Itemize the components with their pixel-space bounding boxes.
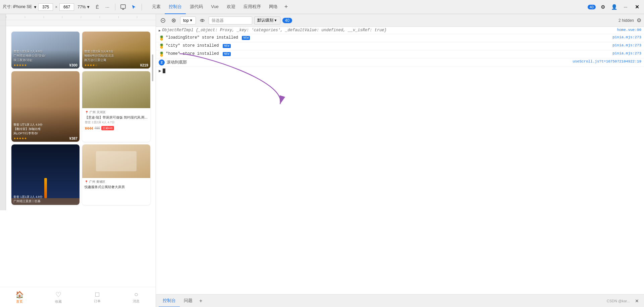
devtools-main: ▶ ObjectRefImpl {_object: Proxy, _key: '… (156, 27, 644, 294)
svg-rect-0 (121, 5, 125, 8)
console-text-4: "home" store installed NEW (166, 51, 607, 56)
console-text-1: ObjectRefImpl {_object: Proxy, _key: 'ca… (162, 28, 611, 33)
console-link-4[interactable]: pinia.mjs:273 (607, 51, 641, 55)
tab-app[interactable]: 应用程序 (239, 0, 265, 14)
console-link-3[interactable]: pinia.mjs:273 (607, 43, 641, 47)
console-link-5[interactable]: useScroll.js?t=1675072104922:19 (567, 59, 641, 63)
card5-title: 广州塔江景房丨巨慕 (13, 199, 77, 204)
user-icon[interactable]: 👤 (610, 3, 619, 11)
circle-badge-5: 2 (159, 59, 165, 65)
device-size-group: 尺寸: iPhone SE ▼ × (3, 3, 74, 11)
card4-location: 📍广州 天河区 (85, 110, 148, 115)
console-badge-count: 40 (282, 18, 292, 23)
card1-price: ¥300 (69, 63, 77, 67)
card1-badge: 整套 1居1床 2人 4.9分 (13, 50, 77, 54)
ruler-mark (100, 16, 118, 18)
card4-price-row: ¥444 490 立减¥46 (85, 126, 148, 130)
devtools-nav: 元素 控制台 源代码 Vue 欢迎 应用程序 网络 + (148, 0, 290, 14)
card-image-1: 整套 1居1床 2人 4.9分 广州塔近地铁公交/交会/珠江夜游/浴缸 ★★★★… (11, 32, 79, 69)
property-card-4[interactable]: 📍广州 天河区 【意途·陆】带厨房可做饭 简约现代风 两... 整套 2居2床 … (82, 71, 150, 142)
property-card-2[interactable]: 整套 2居2床 3人/4.5分 地铁6号沙贝站/近北京路万达/江景公寓 ★★★★… (82, 32, 150, 69)
bottom-tab-console[interactable]: 控制台 (159, 295, 180, 307)
card2-title: 地铁6号沙贝站/近北京路万达/江景公寓 (84, 54, 148, 62)
card3-badge: 整套 1厅1床 2人 4.9分 (13, 123, 77, 127)
settings-icon[interactable]: ⚙ (598, 3, 607, 11)
separator-1 (115, 4, 115, 10)
tab-elements[interactable]: 元素 (148, 0, 165, 14)
filter-input[interactable] (209, 16, 252, 25)
property-card-6[interactable]: 📍广州 黄埔区 悦趣服务式公寓轻奢大床房 (82, 144, 150, 205)
bottom-tab-issues[interactable]: 问题 (180, 295, 197, 307)
console-output[interactable]: ▶ ObjectRefImpl {_object: Proxy, _key: '… (156, 27, 644, 294)
inspect-icon[interactable] (119, 3, 127, 11)
tab-welcome[interactable]: 欢迎 (223, 0, 239, 14)
tab-add-button[interactable]: + (282, 0, 291, 14)
console-link-1[interactable]: home.vue:90 (611, 28, 641, 32)
responsive-icon[interactable]: Ē (93, 3, 102, 11)
mobile-content[interactable]: 整套 1居1床 2人 4.9分 广州塔近地铁公交/交会/珠江夜游/浴缸 ★★★★… (0, 20, 156, 287)
zoom-dropdown[interactable]: 77% ▼ (76, 4, 92, 10)
level-dropdown[interactable]: 默认级别 ▼ (254, 16, 280, 25)
tab-vue[interactable]: Vue (207, 0, 223, 14)
property-card-5[interactable]: 套套 1居1床 2人 4.8分 广州塔江景房丨巨慕 (11, 144, 79, 205)
issues-badge-button[interactable]: 40 (588, 5, 596, 9)
card-image-3: 整套 1厅1床 2人 4.9分 【翻冷室】加咖比维风LOFT/行李寄存/ ★★★… (11, 71, 79, 142)
card5-badge: 套套 1居1床 2人 4.8分 (13, 195, 77, 199)
nav-messages[interactable]: ○ 消息 (117, 291, 156, 304)
width-input[interactable] (38, 3, 53, 11)
tab-console[interactable]: 控制台 (165, 0, 186, 14)
card1-title: 广州塔近地铁公交/交会/珠江夜游/浴缸 (13, 54, 77, 62)
devtools-toolbar: top ▼ 默认级别 ▼ 40 2 hidden ⚙ (156, 14, 644, 27)
nav-orders[interactable]: □ 订单 (78, 291, 117, 304)
devtools-bottom-bar: 控制台 问题 + CSDN @kar... ✕ (156, 294, 644, 307)
card1-stars: ★★★★★ (13, 63, 27, 67)
ruler-mark (137, 16, 156, 18)
order-icon: □ (95, 291, 99, 298)
bottom-tab-add[interactable]: + (197, 295, 205, 307)
card4-info: 📍广州 天河区 【意途·陆】带厨房可做饭 简约现代风 两... 整套 2居2床 … (82, 108, 150, 142)
card4-discount: 立减¥46 (101, 126, 114, 130)
eye-icon[interactable] (198, 16, 207, 25)
card-image-6 (82, 144, 150, 178)
cursor-icon[interactable] (129, 3, 138, 11)
hidden-text: 2 hidden (619, 18, 634, 23)
clear-console-icon[interactable] (159, 16, 167, 25)
main-content: 整套 1居1床 2人 4.9分 广州塔近地铁公交/交会/珠江夜游/浴缸 ★★★★… (0, 14, 644, 307)
console-link-2[interactable]: pinia.mjs:273 (607, 35, 641, 39)
card3-stars: ★★★★★ (13, 137, 27, 140)
expand-icon-1[interactable]: ▶ (159, 29, 161, 33)
card-image-4 (82, 71, 150, 108)
height-input[interactable] (59, 3, 74, 11)
console-line-5: 2 滚动到底部 useScroll.js?t=1675072104922:19 (156, 58, 644, 67)
top-level-dropdown[interactable]: top ▼ (180, 16, 196, 25)
pinia-icon-2: 🍍 (159, 35, 164, 41)
ruler-mark (62, 16, 81, 18)
close-icon[interactable]: ✕ (633, 3, 641, 11)
console-line-1: ▶ ObjectRefImpl {_object: Proxy, _key: '… (156, 27, 644, 34)
mobile-scrollbar[interactable] (152, 48, 154, 216)
mobile-panel: 整套 1居1床 2人 4.9分 广州塔近地铁公交/交会/珠江夜游/浴缸 ★★★★… (0, 14, 156, 307)
ruler-mark (118, 16, 137, 18)
close-panel-icon[interactable]: ✕ (633, 297, 641, 305)
nav-orders-label: 订单 (94, 299, 101, 304)
filter-icon[interactable] (169, 16, 178, 25)
dropdown-arrow[interactable]: ▼ (33, 5, 37, 9)
more-icon[interactable]: ··· (103, 3, 112, 11)
card-image-5: 套套 1居1床 2人 4.8分 广州塔江景房丨巨慕 (11, 144, 79, 205)
tab-source[interactable]: 源代码 (186, 0, 207, 14)
mobile-ruler (0, 14, 156, 20)
settings-gear-icon[interactable]: ⚙ (637, 17, 641, 24)
new-badge-4: NEW (223, 52, 231, 56)
property-card-3[interactable]: 整套 1厅1床 2人 4.9分 【翻冷室】加咖比维风LOFT/行李寄存/ ★★★… (11, 71, 79, 142)
console-line-4: 🍍 "home" store installed NEW pinia.mjs:2… (156, 50, 644, 58)
console-input-line: ▶ (156, 67, 644, 75)
more-options-icon[interactable]: ··· (621, 3, 630, 11)
console-text-2: "loadingStore" store installed NEW (166, 35, 607, 40)
tab-network[interactable]: 网络 (265, 0, 282, 14)
nav-favorites[interactable]: ♡ 收藏 (39, 291, 78, 304)
zoom-group: 77% ▼ Ē ··· (76, 3, 112, 11)
property-card-1[interactable]: 整套 1居1床 2人 4.9分 广州塔近地铁公交/交会/珠江夜游/浴缸 ★★★★… (11, 32, 79, 69)
nav-home[interactable]: 🏠 首页 (0, 291, 39, 304)
issues-count: 40 (588, 5, 596, 9)
card2-badge: 整套 2居2床 3人/4.5分 (84, 50, 148, 54)
